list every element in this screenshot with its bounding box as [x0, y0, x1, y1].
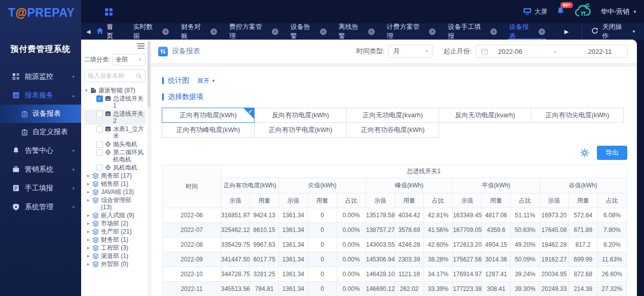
table-cell: 17645.08: [540, 223, 568, 238]
expand-caret-icon[interactable]: ▸: [87, 252, 92, 259]
device-checkbox[interactable]: [96, 149, 103, 156]
tree-group-node[interactable]: ▸销售部 (1): [84, 180, 146, 188]
group-label: 综合管理部 (13): [101, 196, 144, 211]
tab-close-icon[interactable]: ×: [368, 28, 375, 35]
sidebar-item-system-management[interactable]: 系统管理 ▾: [0, 198, 81, 216]
section-accent-bar: [162, 93, 164, 101]
sidebar-item-energy-monitor[interactable]: 能源监控 ▾: [0, 67, 81, 86]
tree-group-node[interactable]: ▸嵌入式组 (9): [84, 211, 146, 219]
expand-caret-icon[interactable]: ▸: [87, 188, 92, 195]
tabs-scroll-left-icon[interactable]: ◀: [86, 28, 90, 35]
table-row: 2022-07325462.128610.151361.3400.00%1387…: [163, 223, 627, 238]
tab-item[interactable]: 设备手工填报×: [442, 23, 503, 40]
tab-item[interactable]: 离线告警×: [333, 23, 381, 40]
data-item-cell[interactable]: 正向有功谷电度(kWh): [346, 122, 439, 138]
expand-caret-icon[interactable]: ▸: [87, 244, 92, 251]
collapse-caret-icon[interactable]: ▾: [85, 87, 90, 94]
tree-device-node[interactable]: ✓总进线开关1: [84, 94, 146, 110]
layers-icon: [92, 261, 99, 268]
expand-caret-icon[interactable]: ▸: [87, 236, 92, 243]
gear-icon[interactable]: [580, 148, 589, 157]
expand-caret-icon[interactable]: ▸: [87, 180, 92, 187]
apps-grid-icon[interactable]: [104, 8, 113, 16]
tree-device-node[interactable]: 风机电机: [84, 163, 146, 172]
expand-caret-icon[interactable]: ▸: [87, 220, 92, 227]
tab-close-icon[interactable]: ×: [162, 28, 169, 35]
month-range-picker[interactable]: 2022-06 - 2022-11: [476, 45, 628, 58]
sidebar-item-report-service[interactable]: 报表服务 ▴: [0, 86, 81, 105]
tree-group-node[interactable]: ▸商务部 (17): [84, 172, 146, 180]
clipboard-icon: [21, 111, 28, 117]
sidebar-item-alarm-center[interactable]: 告警中心 ▾: [0, 141, 81, 160]
data-item-cell[interactable]: 正向无功电度(kvarh): [346, 108, 439, 123]
data-item-cell[interactable]: 正向有功峰电度(kWh): [162, 122, 255, 138]
tab-item[interactable]: 实时数据×: [127, 23, 175, 40]
sidebar-item-marketing-system[interactable]: 营销系统 ▾: [0, 160, 81, 179]
expand-toggle[interactable]: 展开 ▼: [197, 77, 216, 85]
close-operation-dropdown[interactable]: 关闭操作 ▼: [582, 23, 644, 40]
expand-caret-icon[interactable]: ▸: [87, 212, 92, 219]
tree-group-node[interactable]: ▸外贸部 (0): [84, 260, 146, 268]
tab-close-icon[interactable]: ×: [320, 28, 327, 35]
tab-item[interactable]: 费控方案管理×: [223, 23, 284, 40]
data-item-cell[interactable]: 正向有功电度(kWh)✓: [162, 108, 255, 123]
tree-root-node[interactable]: ▾ 康派智能 (87): [84, 86, 146, 94]
tree-group-node[interactable]: ▸市场部 (2): [84, 219, 146, 227]
table-cell: 163349.45: [453, 208, 482, 223]
device-search-input[interactable]: 输入设备名称: [84, 70, 146, 82]
table-cell: 3281.25: [250, 267, 279, 282]
table-cell: 699.99: [568, 252, 597, 267]
data-items-grid: 正向有功电度(kWh)✓反向有功电度(kWh)正向无功电度(kvarh)反向无功…: [162, 108, 627, 138]
tab-item[interactable]: 财务对账×: [175, 23, 223, 40]
tab-item[interactable]: 设备报表×: [503, 23, 551, 40]
time-type-select[interactable]: 月 ▼: [388, 45, 433, 58]
big-screen-button[interactable]: 大屏: [523, 7, 548, 16]
sidebar-subitem-custom-report[interactable]: 自定义报表: [0, 123, 81, 141]
device-checkbox[interactable]: ✓: [96, 95, 103, 102]
device-checkbox[interactable]: [96, 165, 103, 171]
device-checkbox[interactable]: [96, 111, 103, 117]
data-item-cell[interactable]: 正向有功平电度(kWh): [254, 122, 347, 138]
export-button[interactable]: 导出: [597, 146, 627, 160]
tab-close-icon[interactable]: ×: [272, 28, 278, 35]
tab-home[interactable]: 首页: [94, 23, 127, 40]
tree-scrollbar-thumb[interactable]: [148, 41, 150, 107]
data-item-cell[interactable]: 反向无功电度(kvarh): [439, 108, 531, 123]
tab-close-icon[interactable]: ×: [490, 28, 497, 35]
tree-group-node[interactable]: ▸渠道部 (1): [84, 252, 146, 260]
device-checkbox[interactable]: [96, 141, 103, 148]
table-cell: 341447.50: [221, 252, 250, 267]
data-item-cell[interactable]: 正向有功尖电度(kWh): [531, 108, 624, 123]
expand-caret-icon[interactable]: ▸: [87, 172, 92, 179]
tab-item[interactable]: 设备告警×: [284, 23, 333, 40]
tree-device-node[interactable]: 抛头电机: [84, 140, 146, 148]
device-checkbox[interactable]: [96, 126, 103, 133]
expand-caret-icon[interactable]: ▸: [87, 260, 92, 268]
tree-device-node[interactable]: 总进线开关2: [84, 110, 146, 125]
sidebar-item-manual-entry[interactable]: 手工填报 ▾: [0, 179, 81, 198]
device-label: 抛头电机: [113, 141, 137, 148]
tree-group-node[interactable]: ▸JAVA组 (13): [84, 188, 146, 196]
notification-bell-button[interactable]: 99+: [557, 7, 564, 17]
tab-close-icon[interactable]: ×: [429, 28, 436, 35]
tabs-scroll-right-icon[interactable]: ▶: [551, 28, 582, 35]
tab-item[interactable]: 计费方案管理×: [381, 23, 442, 40]
tree-menu-icon[interactable]: [137, 43, 145, 49]
tree-device-node[interactable]: 水表1_立方米: [84, 125, 146, 140]
sidebar-subitem-device-report[interactable]: 设备报表: [0, 105, 81, 123]
tree-group-node[interactable]: ▸工程部 (3): [84, 244, 146, 252]
tree-group-node[interactable]: ▸生产部 (21): [84, 227, 146, 236]
tab-close-icon[interactable]: ×: [210, 28, 217, 35]
category-select[interactable]: 全部 ▼: [112, 54, 146, 65]
tree-device-node[interactable]: 第二循环风机电机: [84, 148, 146, 163]
group-label: JAVA组 (13): [101, 188, 134, 195]
tree-scrollbar[interactable]: [147, 40, 151, 296]
tab-close-icon[interactable]: ×: [539, 28, 545, 35]
tree-group-node[interactable]: ▸财务部 (1): [84, 236, 146, 244]
data-item-cell[interactable]: 反向有功电度(kWh): [254, 108, 347, 123]
tree-group-node[interactable]: ▸综合管理部 (13): [84, 196, 146, 211]
tree-device-list: ✓总进线开关1总进线开关2水表1_立方米抛头电机第二循环风机电机风机电机: [84, 94, 146, 172]
expand-caret-icon[interactable]: ▸: [87, 228, 92, 235]
user-dropdown[interactable]: 华中-营销 ▼: [601, 7, 637, 16]
expand-caret-icon[interactable]: ▸: [87, 196, 92, 204]
